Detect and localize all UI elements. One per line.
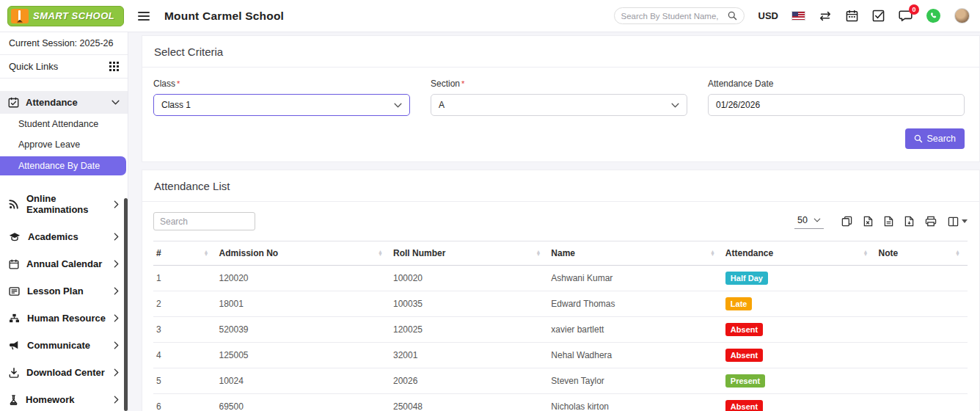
chevron-right-icon [114, 233, 119, 241]
grid-icon[interactable] [109, 62, 119, 71]
column-header-admission-no[interactable]: Admission No▲▼ [216, 241, 390, 266]
class-select[interactable]: Class 1 [153, 94, 410, 116]
sidebar-scrollbar[interactable] [124, 198, 128, 411]
chevron-down-icon [813, 218, 821, 222]
cell-roll-number: 100035 [390, 291, 548, 317]
export-pdf-icon[interactable] [904, 216, 914, 227]
column-header-name[interactable]: Name▲▼ [548, 241, 723, 266]
page-size-select[interactable]: 50 [794, 214, 824, 229]
logo-zone: SMART SCHOOL [0, 6, 128, 26]
sort-icon[interactable]: ▲▼ [204, 250, 209, 256]
export-excel-icon[interactable] [863, 216, 873, 227]
attendance-badge: Present [725, 374, 765, 388]
sidebar-item-annual-calendar[interactable]: Annual Calendar [0, 250, 128, 277]
whatsapp-icon[interactable] [926, 9, 940, 23]
sidebar-item-homework[interactable]: Homework [0, 386, 128, 411]
list-card-icon [9, 287, 20, 296]
current-session-label: Current Session: 2025-26 [0, 32, 128, 55]
chevron-right-icon [114, 260, 119, 268]
required-asterisk: * [461, 79, 464, 88]
chevron-down-icon [111, 100, 120, 105]
hamburger-menu-icon[interactable] [138, 10, 150, 23]
column-header-attendance[interactable]: Attendance▲▼ [723, 241, 876, 266]
table-row[interactable]: 2 18001 100035 Edward Thomas Late [153, 291, 968, 317]
cell-roll-number: 32001 [390, 343, 548, 368]
user-avatar[interactable] [954, 8, 970, 23]
sidebar-item-label: Lesson Plan [27, 285, 84, 297]
cell-admission-no: 520039 [216, 317, 390, 343]
student-search-input[interactable] [621, 12, 724, 21]
cell-roll-number: 250048 [390, 394, 548, 411]
sidebar: Current Session: 2025-26 Quick Links Att… [0, 32, 128, 411]
search-icon [914, 134, 923, 143]
column-header-note[interactable]: Note▲▼ [876, 241, 968, 266]
sidebar-item-human-resource[interactable]: Human Resource [0, 305, 128, 332]
search-icon[interactable] [728, 11, 737, 21]
cell-note [876, 343, 968, 368]
print-icon[interactable] [925, 216, 937, 227]
rss-icon [9, 199, 19, 209]
calendar-check-icon [8, 97, 19, 108]
sidebar-item-student-attendance[interactable]: Student Attendance [0, 114, 128, 134]
panel-title: Select Criteria [142, 36, 979, 68]
cell-name: xavier bartlett [548, 317, 723, 343]
sort-icon[interactable]: ▲▼ [378, 250, 383, 256]
sidebar-item-label: Download Center [26, 367, 105, 378]
sort-icon[interactable]: ▲▼ [535, 250, 541, 256]
graduation-cap-icon [9, 232, 21, 241]
megaphone-icon [9, 341, 20, 350]
attendance-date-input-wrap [708, 94, 965, 116]
column-header-roll-number[interactable]: Roll Number▲▼ [390, 241, 548, 266]
cell-name: Ashwani Kumar [548, 266, 723, 291]
table-row[interactable]: 3 520039 120025 xavier bartlett Absent [153, 317, 968, 343]
chevron-right-icon [114, 341, 119, 349]
attendance-date-input[interactable] [716, 100, 957, 110]
sitemap-icon [9, 313, 20, 323]
smart-school-logo[interactable]: SMART SCHOOL [7, 6, 124, 26]
sidebar-item-label: Human Resource [27, 313, 106, 324]
column-header-sn[interactable]: #▲▼ [153, 241, 216, 266]
student-search-box[interactable] [614, 7, 745, 24]
section-field: Section* A [431, 79, 687, 116]
cell-note [876, 394, 968, 411]
sidebar-item-attendance[interactable]: Attendance [0, 91, 128, 114]
chevron-right-icon [114, 314, 119, 322]
sort-icon[interactable]: ▲▼ [710, 250, 715, 256]
language-flag-icon[interactable] [792, 12, 805, 20]
copy-icon[interactable] [841, 216, 852, 227]
messages-icon[interactable]: 0 [899, 10, 913, 22]
cell-name: Nehal Wadhera [548, 343, 723, 368]
swap-arrows-icon[interactable] [819, 11, 832, 21]
cell-note [876, 266, 968, 291]
calendar-icon [9, 259, 19, 269]
sidebar-item-communicate[interactable]: Communicate [0, 332, 128, 359]
select-criteria-panel: Select Criteria Class* Class 1 Section* … [142, 35, 980, 162]
section-select[interactable]: A [431, 94, 687, 116]
cell-name: Nicholas kirton [548, 394, 723, 411]
sidebar-item-academics[interactable]: Academics [0, 223, 128, 250]
sidebar-item-download-center[interactable]: Download Center [0, 359, 128, 386]
column-visibility-icon[interactable] [948, 217, 968, 227]
table-row[interactable]: 4 125005 32001 Nehal Wadhera Absent [153, 343, 968, 368]
quick-links[interactable]: Quick Links [0, 55, 128, 79]
table-row[interactable]: 5 10024 20026 Steven Taylor Present [153, 368, 968, 394]
cell-roll-number: 120025 [390, 317, 548, 343]
table-row[interactable]: 6 69500 250048 Nicholas kirton Absent [153, 394, 968, 411]
chevron-right-icon [114, 287, 119, 295]
sort-icon[interactable]: ▲▼ [863, 250, 869, 256]
sidebar-item-online-examinations[interactable]: Online Examinations [0, 185, 128, 223]
table-search-input[interactable] [153, 212, 255, 230]
sidebar-item-approve-leave[interactable]: Approve Leave [0, 134, 128, 155]
logo-text: SMART SCHOOL [33, 10, 114, 21]
sidebar-item-label: Attendance [26, 97, 78, 108]
sidebar-item-label: Homework [26, 394, 74, 405]
sidebar-item-lesson-plan[interactable]: Lesson Plan [0, 277, 128, 305]
sidebar-item-attendance-by-date[interactable]: Attendance By Date [0, 156, 126, 175]
currency-selector[interactable]: USD [758, 10, 778, 21]
export-csv-icon[interactable] [884, 216, 893, 227]
calendar-icon[interactable] [846, 10, 858, 22]
table-row[interactable]: 1 120020 100020 Ashwani Kumar Half Day [153, 266, 968, 291]
search-button[interactable]: Search [905, 128, 965, 149]
todo-check-icon[interactable] [872, 10, 885, 22]
sort-icon[interactable]: ▲▼ [955, 250, 960, 256]
